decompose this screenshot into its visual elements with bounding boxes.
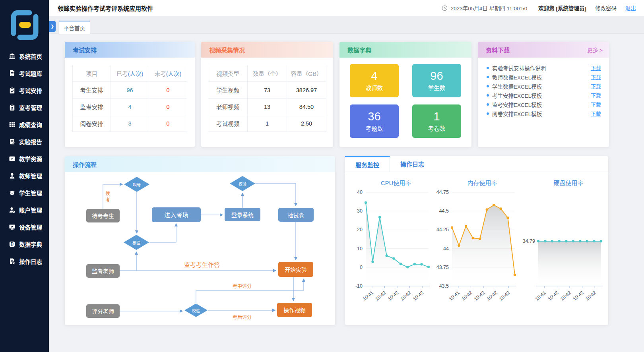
svg-text:-10: -10 bbox=[355, 283, 363, 289]
download-link[interactable]: 下载 bbox=[591, 82, 601, 90]
exam-col-header: 已考(人次) bbox=[111, 65, 149, 82]
svg-text:20: 20 bbox=[357, 227, 363, 232]
table-row: 监考安排40 bbox=[73, 99, 187, 115]
sidebar-item-6[interactable]: 实验报告 bbox=[0, 133, 49, 150]
logout-link[interactable]: 退出 bbox=[625, 4, 636, 12]
svg-text:30: 30 bbox=[357, 208, 363, 214]
welcome-text: 欢迎您 [系统管理员] bbox=[538, 4, 586, 12]
sidebar-item-12[interactable]: D数据字典 bbox=[0, 236, 49, 253]
sidebar-item-label: 系统首页 bbox=[19, 52, 42, 60]
sidebar-item-2[interactable]: 考试题库 bbox=[0, 65, 49, 82]
stat-label: 教师数 bbox=[366, 83, 383, 92]
download-link[interactable]: 下载 bbox=[591, 101, 601, 108]
table-row: 学生视频733826.97 bbox=[208, 82, 326, 99]
download-item-name: 学生数据EXCEL模板 bbox=[492, 82, 542, 90]
clock-icon bbox=[442, 5, 448, 11]
exam-row-name: 考生安排 bbox=[73, 82, 111, 99]
exam-card-title: 考试安排 bbox=[65, 42, 195, 58]
change-password-link[interactable]: 修改密码 bbox=[595, 4, 617, 12]
flow-card-title: 操作流程 bbox=[65, 156, 335, 172]
more-link[interactable]: 更多 > bbox=[587, 46, 603, 54]
tab-strip: ❯ 平台首页 bbox=[49, 16, 644, 34]
stat-box-2: 96学生数 bbox=[412, 64, 461, 97]
sidebar-item-7[interactable]: 教学资源 bbox=[0, 150, 49, 167]
flow-label-after-score: 考后评分 bbox=[233, 313, 252, 320]
stat-box-3: 36考题数 bbox=[350, 104, 399, 138]
tab-service-monitor[interactable]: 服务监控 bbox=[345, 156, 390, 172]
sidebar-item-10[interactable]: 账户管理 bbox=[0, 201, 49, 219]
sidebar-item-label: 数据字典 bbox=[19, 240, 42, 248]
exam-done-count[interactable]: 96 bbox=[111, 82, 149, 99]
service-monitor-panel: 服务监控 操作日志 CPU使用率403020100-1010:4110:4210… bbox=[345, 156, 608, 325]
downloads-card-title: 资料下载 bbox=[486, 46, 510, 54]
sidebar-item-8[interactable]: 教师管理 bbox=[0, 167, 49, 184]
document-icon bbox=[9, 70, 16, 77]
exam-done-count[interactable]: 3 bbox=[111, 115, 149, 132]
chart-title: CPU使用率 bbox=[347, 178, 432, 187]
download-item: 实验考试安排操作说明下载 bbox=[487, 63, 601, 72]
sidebar-item-label: 设备管理 bbox=[19, 223, 42, 231]
download-item: 监考安排EXCEL模板下载 bbox=[487, 100, 601, 109]
svg-text:10:41: 10:41 bbox=[534, 290, 547, 302]
flow-connectors bbox=[65, 156, 335, 325]
svg-text:10:42: 10:42 bbox=[460, 290, 473, 302]
sidebar-menu: 系统首页考试题库考试安排监考管理成绩查询实验报告教学资源教师管理学生管理账户管理… bbox=[0, 48, 49, 270]
exam-done-count[interactable]: 4 bbox=[111, 99, 149, 115]
download-link[interactable]: 下载 bbox=[591, 91, 601, 99]
sidebar-item-9[interactable]: 学生管理 bbox=[0, 184, 49, 201]
flow-node-operation-video: 操作视频 bbox=[277, 303, 312, 317]
download-link[interactable]: 下载 bbox=[591, 73, 601, 81]
svg-text:40: 40 bbox=[357, 190, 363, 195]
downloads-card: 资料下载 更多 > 实验考试安排操作说明下载教师数据EXCEL模板下载学生数据E… bbox=[478, 42, 609, 147]
svg-text:10:42: 10:42 bbox=[486, 290, 499, 302]
svg-text:10:42: 10:42 bbox=[473, 290, 486, 302]
dict-card-title: 数据字典 bbox=[339, 42, 471, 58]
flow-diamond-check-in: 核验 bbox=[124, 235, 149, 250]
monitor-tabs: 服务监控 操作日志 bbox=[345, 156, 608, 172]
tab-operation-log[interactable]: 操作日志 bbox=[390, 156, 435, 172]
sidebar-item-11[interactable]: 设备管理 bbox=[0, 219, 49, 236]
sidebar-item-label: 教学资源 bbox=[19, 155, 42, 163]
exam-row-name: 监考安排 bbox=[73, 99, 111, 115]
exam-todo-count: 0 bbox=[149, 115, 187, 132]
exam-table: 项目已考(人次)未考(人次)考生安排960监考安排40阅卷安排30 bbox=[72, 65, 187, 132]
dictionary-icon: D bbox=[9, 241, 16, 248]
tab-platform-home[interactable]: 平台首页 bbox=[59, 21, 90, 34]
download-list: 实验考试安排操作说明下载教师数据EXCEL模板下载学生数据EXCEL模板下载考生… bbox=[478, 58, 609, 118]
chart-canvas: 34.7910:4110:4210:4210:4210:42 bbox=[519, 187, 604, 318]
flow-node-start-experiment: 开始实验 bbox=[278, 262, 313, 277]
flow-diamond-verify-bottom: 校验 bbox=[184, 304, 208, 317]
chart-canvas: 44.7544.544.254443.7543.510:4110:4210:42… bbox=[433, 187, 518, 318]
sidebar-item-3[interactable]: 考试安排 bbox=[0, 82, 49, 99]
svg-text:10:42: 10:42 bbox=[412, 290, 425, 302]
sidebar-item-13[interactable]: 操作日志 bbox=[0, 253, 49, 270]
chart-title: 硬盘使用率 bbox=[519, 178, 604, 187]
exam-row-name: 阅卷安排 bbox=[73, 115, 111, 132]
flow-node-enter-room: 进入考场 bbox=[152, 207, 201, 222]
flow-label-during-score: 考中评分 bbox=[233, 282, 252, 289]
exam-todo-count: 0 bbox=[149, 99, 187, 115]
sidebar-item-label: 考试题库 bbox=[19, 69, 42, 77]
sidebar-item-label: 考试安排 bbox=[19, 86, 42, 95]
table-row: 阅卷安排30 bbox=[73, 115, 187, 132]
sidebar-collapse-button[interactable]: ❯ bbox=[49, 21, 56, 32]
svg-text:D: D bbox=[11, 242, 14, 246]
svg-text:10:42: 10:42 bbox=[559, 290, 572, 302]
stat-value: 4 bbox=[371, 70, 377, 82]
sidebar-item-4[interactable]: 监考管理 bbox=[0, 99, 49, 116]
video-row-name: 学生视频 bbox=[208, 82, 248, 99]
video-row-name: 老师视频 bbox=[208, 99, 248, 115]
download-item-name: 考生安排EXCEL模板 bbox=[492, 91, 542, 99]
sidebar-item-5[interactable]: 成绩查询 bbox=[0, 116, 49, 133]
account-icon bbox=[9, 207, 16, 213]
sidebar: 系统首页考试题库考试安排监考管理成绩查询实验报告教学资源教师管理学生管理账户管理… bbox=[0, 0, 49, 352]
download-link[interactable]: 下载 bbox=[591, 64, 601, 72]
download-item: 阅卷安排EXCEL模板下载 bbox=[487, 109, 601, 118]
sidebar-item-1[interactable]: 系统首页 bbox=[0, 48, 49, 65]
svg-text:10:42: 10:42 bbox=[387, 290, 400, 302]
bullet-icon bbox=[487, 76, 489, 78]
video-count: 13 bbox=[248, 99, 287, 115]
video-row-name: 考试视频 bbox=[208, 115, 248, 132]
download-link[interactable]: 下载 bbox=[591, 110, 601, 117]
stat-value: 1 bbox=[433, 110, 440, 122]
